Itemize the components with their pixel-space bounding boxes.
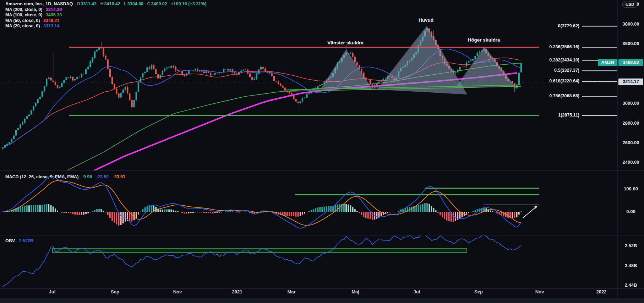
chart-canvas[interactable] [0, 0, 644, 303]
obv-pane[interactable] [3, 234, 521, 287]
change-value: +109.16 (+3.31%) [171, 1, 206, 6]
ma100-value: 3406.33 [46, 12, 62, 17]
time-tick: Sep [111, 289, 119, 294]
price-tick: 3600.00 [618, 41, 643, 46]
pattern-label[interactable]: Huvud [416, 17, 436, 23]
close-value: 3409.02 [151, 1, 167, 6]
price-pane[interactable] [0, 26, 618, 171]
time-tick: Mar [287, 289, 295, 294]
low-key: L [124, 1, 127, 6]
macd-line-value: -23.52 [96, 174, 109, 179]
obv-tick: 2.48B [618, 263, 643, 268]
time-tick: Sep [474, 289, 483, 294]
pattern-triangle-head[interactable] [377, 26, 467, 94]
ma50-label: MA (50, close, 0) [5, 18, 40, 23]
low-value: 3304.00 [127, 1, 143, 6]
price-tick: 2400.00 [618, 159, 643, 165]
ma20-value: 3313.14 [43, 23, 59, 28]
prev-close-tag: 3214.17 [618, 79, 643, 85]
ma100-legend-row[interactable]: MA (100, close, 0) 3406.33 [5, 12, 206, 18]
fib-level-label: 0(3779.62) [558, 23, 579, 28]
pattern-label[interactable]: Vänster skuldra [325, 40, 365, 46]
ma50-legend-row[interactable]: MA (50, close, 0) 3349.21 [5, 18, 206, 24]
macd-tick: 100.00 [618, 186, 643, 191]
symbol-price-flag: AMZN [598, 59, 617, 66]
currency-toggle-button[interactable]: USD [622, 1, 637, 8]
time-tick: 2021 [232, 289, 242, 294]
price-tick: 3000.00 [618, 101, 643, 106]
obv-label: OBV [5, 238, 15, 243]
fib-level-label: 0.5(3327.37) [554, 68, 579, 73]
obv-legend-row[interactable]: OBV 2.522B [5, 238, 33, 244]
open-value: 3311.42 [81, 1, 97, 6]
obv-value: 2.522B [19, 238, 33, 243]
ma20-legend-row[interactable]: MA (20, close, 0) 3313.14 [5, 23, 206, 29]
ma20-label: MA (20, close, 0) [5, 23, 40, 28]
open-key: O [77, 1, 80, 6]
time-tick: 2022 [596, 289, 607, 294]
macd-hist-value: 9.98 [83, 174, 92, 179]
obv-tick: 2.52B [618, 243, 643, 248]
chart-chrome [0, 0, 644, 298]
main-legend: Amazon.com, Inc., 1D, NASDAQ O3311.42 H3… [5, 1, 206, 29]
ma200-value: 3314.39 [46, 7, 62, 12]
obv-tick: 2.44B [618, 282, 643, 288]
close-key: C [147, 1, 151, 6]
macd-legend-row[interactable]: MACD (12, 26, close, 9, EMA, EMA) 9.98 -… [5, 174, 125, 180]
time-tick: Jul [49, 289, 56, 294]
macd-pane[interactable] [2, 176, 539, 228]
fib-level-label: 0.236(3566.16) [549, 44, 579, 49]
symbol-legend-row[interactable]: Amazon.com, Inc., 1D, NASDAQ O3311.42 H3… [5, 1, 206, 7]
pattern-triangle-left-shoulder[interactable] [321, 49, 373, 90]
price-tick: 2800.00 [618, 120, 643, 126]
fib-level-label: 0.786(3068.68) [549, 93, 579, 98]
macd-tick: 0.00 [618, 209, 643, 214]
time-axis-strip[interactable] [0, 298, 644, 303]
ma200-legend-row[interactable]: MA (200, close, 0) 3314.39 [5, 7, 206, 13]
fib-level-label: 0.382(3434.10) [549, 58, 579, 63]
fib-level-label: 1(2875.11) [558, 113, 579, 118]
ma200-label: MA (200, close, 0) [5, 7, 42, 12]
macd-label: MACD (12, 26, close, 9, EMA, EMA) [5, 174, 78, 179]
high-value: 3410.42 [104, 1, 120, 6]
ma50-value: 3349.21 [43, 18, 59, 23]
price-tick: 3800.00 [618, 21, 643, 27]
macd-signal-value: -33.51 [113, 174, 125, 179]
price-tick: 2600.00 [618, 140, 643, 145]
symbol-title: Amazon.com, Inc., 1D, NASDAQ [5, 1, 73, 6]
trading-chart: Amazon.com, Inc., 1D, NASDAQ O3311.42 H3… [0, 0, 644, 303]
high-key: H [100, 1, 104, 6]
time-tick: Jul [414, 289, 420, 294]
time-tick: Maj [351, 289, 359, 294]
fib-level-label: 0.618(3220.64) [549, 79, 579, 83]
last-price-tag: 3409.02 [618, 59, 643, 66]
time-tick: Nov [173, 289, 182, 294]
pattern-label[interactable]: Höger skuldra [466, 37, 502, 43]
time-tick: Nov [535, 289, 544, 294]
ma100-label: MA (100, close, 0) [5, 12, 42, 17]
